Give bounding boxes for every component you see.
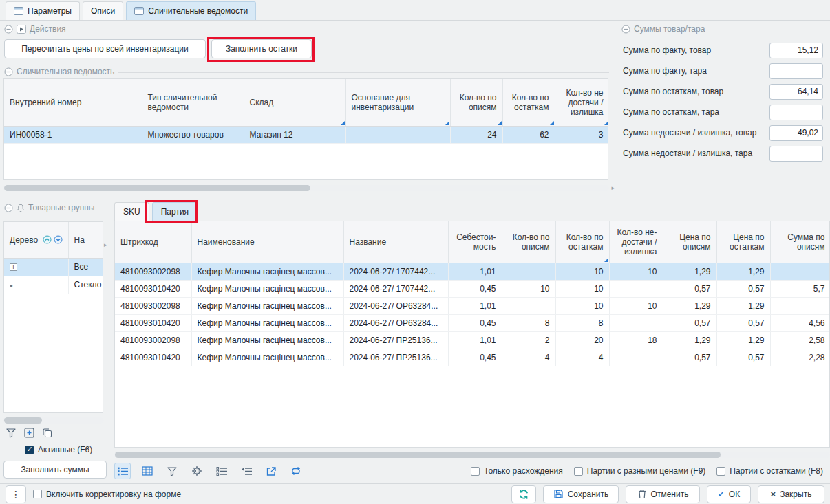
collapse-icon[interactable] (4, 204, 13, 212)
table-cell[interactable] (502, 263, 555, 280)
sum-input-nedostacha-tovar[interactable] (769, 125, 823, 141)
table-cell[interactable]: 2024-06-27/ 1707442... (343, 280, 448, 297)
table-cell[interactable]: 8 (555, 314, 609, 331)
tab-partiya[interactable]: Партия (152, 202, 198, 221)
table-cell[interactable]: Магазин 12 (244, 126, 345, 143)
column-header[interactable]: Кол-во по описям (502, 221, 555, 263)
add-group-icon[interactable] (24, 428, 34, 438)
scroll-right-icon[interactable]: ▸ (611, 185, 615, 191)
table-cell[interactable]: Кефир Малочны гасцінец массов... (191, 280, 343, 297)
filter-icon[interactable] (164, 463, 180, 479)
table-cell[interactable]: 4810093002098 (115, 263, 191, 280)
table-cell[interactable]: 0,57 (716, 349, 770, 366)
table-cell[interactable]: 0,57 (716, 314, 770, 331)
table-cell[interactable]: 1,01 (448, 331, 502, 349)
table-cell[interactable]: 1,29 (663, 263, 716, 280)
scrollbar-thumb[interactable] (4, 185, 310, 191)
expand-icon[interactable]: + (10, 263, 17, 271)
sum-input-fact-tovar[interactable] (769, 43, 823, 58)
sum-input-ostatki-tara[interactable] (769, 105, 823, 120)
table-cell[interactable]: 10 (609, 263, 663, 280)
table-cell[interactable]: 0,57 (663, 349, 716, 366)
table-cell[interactable]: 24 (450, 126, 502, 143)
column-header[interactable]: Тип сличительной ведомости (142, 79, 244, 126)
table-cell[interactable]: 62 (502, 126, 555, 143)
table-cell[interactable]: Кефир Малочны гасцінец массов... (191, 331, 343, 349)
table-cell[interactable]: 2 (502, 331, 555, 349)
table-cell[interactable] (345, 126, 450, 143)
sum-input-fact-tara[interactable] (769, 63, 823, 79)
table-cell[interactable]: 1,29 (716, 263, 770, 280)
column-header-name[interactable]: На (68, 222, 103, 258)
column-header[interactable]: Кол-во по остаткам (555, 221, 609, 263)
scroll-right-icon[interactable]: ▸ (104, 242, 107, 248)
table-row[interactable]: 4810093010420Кефир Малочны гасцінец масс… (115, 280, 830, 297)
actions-menu-icon[interactable] (17, 25, 26, 34)
column-header[interactable]: Себестои-мость (448, 221, 502, 263)
table-cell[interactable]: 2,28 (770, 349, 830, 366)
cancel-button[interactable]: Отменить (626, 485, 700, 503)
checkbox-box[interactable] (471, 467, 480, 476)
collapse-all-icon[interactable] (43, 235, 52, 244)
table-cell[interactable] (770, 263, 830, 280)
table-cell[interactable]: 0,57 (663, 314, 716, 331)
checkbox-box[interactable] (25, 446, 34, 454)
table-cell[interactable]: Кефир Малочны гасцінец массов... (191, 314, 343, 331)
copy-icon[interactable] (42, 428, 52, 438)
table-cell[interactable]: 20 (555, 331, 609, 349)
export-icon[interactable] (263, 463, 279, 479)
table-cell[interactable]: 0,45 (448, 314, 502, 331)
column-header[interactable]: Склад (244, 79, 345, 126)
table-cell[interactable]: 3 (555, 126, 608, 143)
scrollbar-track[interactable] (3, 417, 103, 424)
list-reorder-icon[interactable] (238, 463, 255, 479)
ok-button[interactable]: ✓ ОК (707, 485, 751, 503)
table-cell[interactable]: 10 (555, 297, 609, 314)
tab-parametry[interactable]: Параметры (6, 1, 80, 20)
scrollbar-thumb[interactable] (115, 452, 721, 458)
table-cell[interactable]: 10 (555, 263, 609, 280)
table-cell[interactable]: 1,29 (716, 297, 770, 314)
table-row[interactable]: 4810093010420Кефир Малочны гасцінец масс… (115, 314, 830, 331)
table-row[interactable]: 4810093002098Кефир Малочны гасцінец масс… (115, 297, 830, 314)
tree-cell[interactable]: Стекло (68, 276, 103, 294)
column-header[interactable]: Кол-во по описям (450, 79, 502, 126)
table-cell[interactable]: 2024-06-27/ ПР25136... (343, 349, 448, 366)
repeat-icon[interactable] (288, 463, 304, 479)
save-button[interactable]: Сохранить (543, 485, 619, 503)
column-header[interactable]: Цена по остаткам (716, 221, 770, 263)
tab-opisi[interactable]: Описи (83, 1, 123, 20)
table-cell[interactable] (770, 297, 830, 314)
table-cell[interactable]: 4810093010420 (115, 314, 191, 331)
table-cell[interactable]: 0,57 (716, 280, 770, 297)
scrollbar-track[interactable] (3, 185, 609, 191)
column-header[interactable]: Цена по описям (663, 221, 716, 263)
tree-row-steklo[interactable]: ● Стекло (4, 276, 103, 294)
column-header[interactable]: Название (343, 221, 448, 263)
table-cell[interactable]: Кефир Малочны гасцінец массов... (191, 263, 343, 280)
refresh-button[interactable] (511, 485, 536, 503)
column-header[interactable]: Сумма по описям (770, 221, 830, 263)
list-icon[interactable] (213, 463, 230, 479)
table-cell[interactable] (609, 314, 663, 331)
table-cell[interactable]: 10 (555, 280, 609, 297)
table-row[interactable]: ИН00058-1Множество товаровМагазин 122462… (4, 126, 608, 143)
fill-sums-button[interactable]: Заполнить суммы (3, 461, 107, 479)
table-cell[interactable]: ИН00058-1 (4, 126, 142, 143)
checkbox-box[interactable] (716, 467, 725, 476)
table-cell[interactable]: 0,57 (663, 280, 716, 297)
table-cell[interactable]: 2024-06-27/ 1707442... (343, 263, 448, 280)
table-cell[interactable]: 4 (502, 349, 555, 366)
scrollbar-thumb[interactable] (4, 417, 42, 424)
collapse-icon[interactable] (621, 25, 630, 34)
sum-input-ostatki-tovar[interactable] (769, 84, 823, 100)
close-button[interactable]: × Закрыть (758, 485, 824, 503)
table-cell[interactable]: 8 (502, 314, 555, 331)
with-remainders-checkbox[interactable]: Партии с остатками (F8) (716, 466, 823, 476)
tab-slichitelnye-vedomosti[interactable]: Сличительные ведомости (126, 1, 256, 20)
table-cell[interactable]: 2024-06-27/ ОР63284... (343, 297, 448, 314)
table-cell[interactable]: 4810093010420 (115, 280, 191, 297)
column-header[interactable]: Кол-во не достачи / излишка (555, 79, 608, 126)
table-cell[interactable]: 18 (609, 331, 663, 349)
enable-adjustment-checkbox[interactable]: Включить корректировку на форме (33, 490, 181, 499)
